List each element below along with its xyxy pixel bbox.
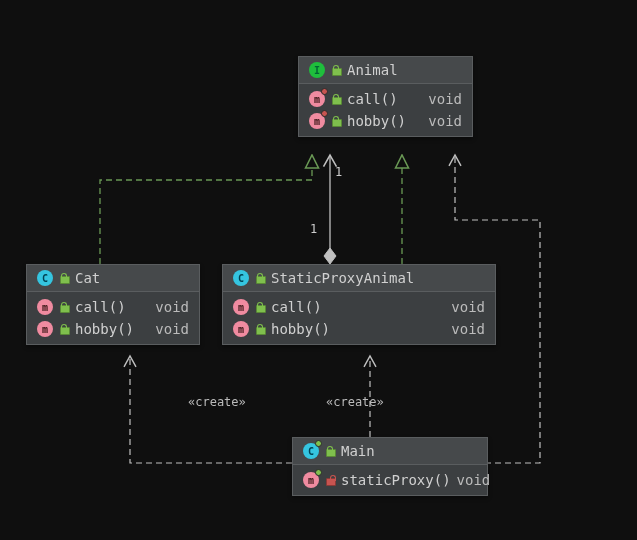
method-icon: m — [303, 472, 319, 488]
method-name: call() — [271, 299, 445, 315]
method-icon: m — [233, 299, 249, 315]
class-icon: C — [233, 270, 249, 286]
method-icon: m — [37, 299, 53, 315]
lock-icon — [59, 323, 69, 335]
method-name: call() — [347, 91, 422, 107]
class-name: Animal — [347, 62, 398, 78]
lock-icon — [331, 64, 341, 76]
method-icon: m — [309, 113, 325, 129]
lock-icon — [59, 272, 69, 284]
method-name: staticProxy() — [341, 472, 451, 488]
class-header: I Animal — [299, 57, 472, 84]
multiplicity-label: 1 — [335, 165, 342, 179]
return-type: void — [428, 113, 462, 129]
class-header: C Main — [293, 438, 487, 465]
lock-icon — [255, 323, 265, 335]
stereotype-label: «create» — [326, 395, 384, 409]
multiplicity-label: 1 — [310, 222, 317, 236]
return-type: void — [457, 472, 491, 488]
lock-icon — [255, 301, 265, 313]
method-row: m call() void — [27, 296, 199, 318]
class-name: Cat — [75, 270, 100, 286]
class-header: C StaticProxyAnimal — [223, 265, 495, 292]
class-name: Main — [341, 443, 375, 459]
return-type: void — [451, 299, 485, 315]
return-type: void — [428, 91, 462, 107]
method-row: m staticProxy() void — [293, 469, 487, 491]
return-type: void — [155, 321, 189, 337]
lock-icon — [325, 445, 335, 457]
method-row: m call() void — [223, 296, 495, 318]
return-type: void — [155, 299, 189, 315]
method-icon: m — [37, 321, 53, 337]
class-cat: C Cat m call() void m hobby() void — [26, 264, 200, 345]
method-name: hobby() — [347, 113, 422, 129]
method-name: hobby() — [271, 321, 445, 337]
method-name: hobby() — [75, 321, 149, 337]
class-name: StaticProxyAnimal — [271, 270, 414, 286]
method-row: m hobby() void — [27, 318, 199, 340]
method-row: m call() void — [299, 88, 472, 110]
method-row: m hobby() void — [299, 110, 472, 132]
lock-icon — [331, 93, 341, 105]
lock-icon — [255, 272, 265, 284]
class-main: C Main m staticProxy() void — [292, 437, 488, 496]
stereotype-label: «create» — [188, 395, 246, 409]
return-type: void — [451, 321, 485, 337]
class-staticproxyanimal: C StaticProxyAnimal m call() void m hobb… — [222, 264, 496, 345]
interface-animal: I Animal m call() void m hobby() void — [298, 56, 473, 137]
lock-icon — [331, 115, 341, 127]
class-icon: C — [303, 443, 319, 459]
method-row: m hobby() void — [223, 318, 495, 340]
class-header: C Cat — [27, 265, 199, 292]
uml-diagram: 1 1 «create» «create» I Animal m call() … — [0, 0, 637, 540]
method-icon: m — [233, 321, 249, 337]
lock-icon — [325, 474, 335, 486]
class-icon: C — [37, 270, 53, 286]
method-icon: m — [309, 91, 325, 107]
interface-icon: I — [309, 62, 325, 78]
lock-icon — [59, 301, 69, 313]
method-name: call() — [75, 299, 149, 315]
